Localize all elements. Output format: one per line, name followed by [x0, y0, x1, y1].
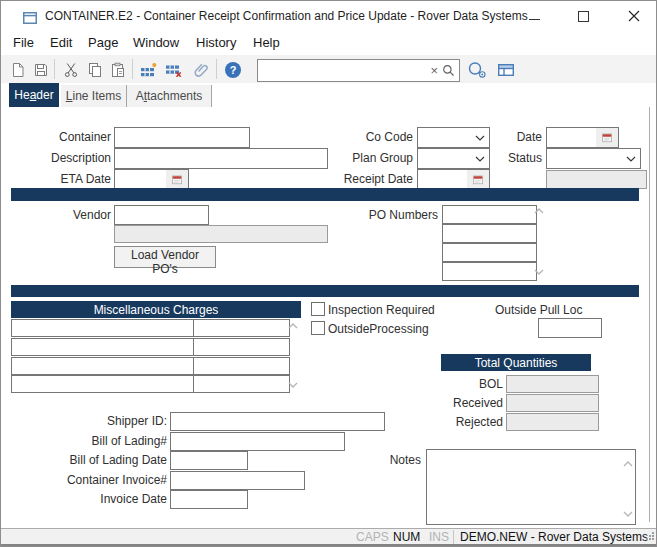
- layout-grid-button[interactable]: [495, 60, 517, 80]
- bill-of-lading-date-input[interactable]: [170, 451, 248, 470]
- window-title: CONTAINER.E2 - Container Receipt Confirm…: [45, 9, 528, 23]
- new-document-icon: [10, 62, 26, 78]
- tab-attachments[interactable]: Attachments: [127, 85, 212, 107]
- delete-rows-icon: [165, 62, 183, 78]
- tab-header[interactable]: Header: [9, 83, 59, 107]
- load-vendor-pos-button[interactable]: Load Vendor PO's: [114, 246, 216, 268]
- misc-charge-description-input[interactable]: [11, 338, 198, 356]
- save-button[interactable]: [31, 60, 51, 80]
- menu-history[interactable]: History: [196, 31, 236, 55]
- receipt-date-label: Receipt Date: [313, 172, 413, 186]
- invoice-date-input[interactable]: [170, 490, 248, 509]
- misc-charges-title: Miscellaneous Charges: [94, 303, 219, 317]
- notes-box: [426, 449, 636, 525]
- misc-charge-description-input[interactable]: [11, 319, 198, 337]
- eta-date-calendar-button[interactable]: [166, 170, 188, 189]
- container-invoice-input[interactable]: [170, 471, 305, 490]
- scroll-up-icon[interactable]: [623, 453, 633, 471]
- receipt-date-calendar-button[interactable]: [467, 170, 489, 189]
- eta-date-field: [114, 169, 189, 190]
- container-label: Container: [11, 130, 111, 144]
- menu-bar: File Edit Page Window History Help: [1, 31, 656, 55]
- resize-grip-icon[interactable]: [644, 527, 655, 545]
- paste-button[interactable]: [108, 60, 128, 80]
- svg-text:?: ?: [230, 64, 237, 76]
- maximize-button[interactable]: [562, 1, 604, 31]
- outside-pull-loc-label: Outside Pull Loc: [495, 303, 582, 317]
- maximize-icon: [578, 11, 589, 22]
- description-input[interactable]: [114, 148, 328, 169]
- scroll-down-icon[interactable]: [623, 503, 633, 521]
- notes-label: Notes: [353, 453, 421, 467]
- search-clear-icon[interactable]: ×: [427, 64, 441, 77]
- attachment-button[interactable]: [192, 60, 212, 80]
- tab-label: He: [14, 88, 29, 102]
- tab-line-items[interactable]: Line Items: [61, 85, 127, 107]
- misc-charge-amount-input[interactable]: [193, 357, 290, 375]
- inspection-required-checkbox[interactable]: [311, 302, 325, 316]
- menu-page[interactable]: Page: [88, 31, 118, 55]
- plan-group-label: Plan Group: [313, 151, 413, 165]
- bol-input: [506, 375, 599, 393]
- bill-of-lading-input[interactable]: [170, 432, 345, 451]
- scroll-down-icon[interactable]: [532, 267, 546, 277]
- help-button[interactable]: ?: [223, 60, 243, 80]
- menu-edit[interactable]: Edit: [50, 31, 72, 55]
- menu-file[interactable]: File: [13, 31, 34, 55]
- new-document-button[interactable]: [8, 60, 28, 80]
- outside-pull-loc-input[interactable]: [538, 318, 602, 338]
- po-number-input[interactable]: [442, 224, 537, 243]
- misc-charge-amount-input[interactable]: [193, 338, 290, 356]
- minimize-button[interactable]: [513, 1, 555, 31]
- date-input[interactable]: [547, 131, 596, 145]
- status-select[interactable]: [546, 148, 641, 169]
- container-input[interactable]: [114, 127, 250, 148]
- eta-date-input[interactable]: [115, 173, 166, 187]
- scroll-up-icon[interactable]: [286, 321, 300, 331]
- po-number-input[interactable]: [442, 205, 537, 224]
- date-label: Date: [442, 130, 542, 144]
- chevron-down-icon: [626, 156, 640, 162]
- scroll-up-icon[interactable]: [532, 206, 546, 216]
- received-input: [506, 394, 599, 412]
- copy-icon: [87, 62, 103, 78]
- date-calendar-button[interactable]: [596, 128, 618, 147]
- shipper-id-input[interactable]: [170, 412, 385, 431]
- delete-rows-button[interactable]: [164, 60, 184, 80]
- search-icon[interactable]: [441, 64, 459, 77]
- calendar-icon: [473, 173, 483, 186]
- menu-window[interactable]: Window: [133, 31, 179, 55]
- inspection-required-label: Inspection Required: [328, 303, 435, 317]
- misc-charge-amount-input[interactable]: [193, 319, 290, 337]
- co-code-label: Co Code: [313, 130, 413, 144]
- misc-charge-description-input[interactable]: [11, 357, 198, 375]
- close-button[interactable]: [613, 1, 655, 31]
- outside-processing-checkbox[interactable]: [311, 321, 325, 335]
- copy-button[interactable]: [85, 60, 105, 80]
- bill-of-lading-date-label: Bill of Lading Date: [27, 453, 167, 467]
- cut-button[interactable]: [61, 60, 81, 80]
- total-quantities-title: Total Quantities: [475, 356, 558, 370]
- total-quantities-header: Total Quantities: [441, 354, 591, 371]
- vendor-input[interactable]: [114, 205, 209, 225]
- app-window: CONTAINER.E2 - Container Receipt Confirm…: [0, 0, 657, 547]
- tab-label: a: [30, 88, 37, 102]
- po-number-input[interactable]: [442, 262, 537, 281]
- menu-help[interactable]: Help: [253, 31, 280, 55]
- insert-rows-button[interactable]: [139, 60, 159, 80]
- scroll-down-icon[interactable]: [286, 380, 300, 390]
- misc-charge-description-input[interactable]: [11, 375, 198, 393]
- misc-charge-amount-input[interactable]: [193, 375, 290, 393]
- status-label: Status: [442, 151, 542, 165]
- receipt-date-input[interactable]: [418, 173, 467, 187]
- toolbar-separator: [54, 59, 55, 79]
- rejected-input: [506, 413, 599, 431]
- window-bottom-edge: [1, 544, 656, 546]
- po-number-input[interactable]: [442, 243, 537, 262]
- lookup-view-button[interactable]: [465, 60, 489, 80]
- notes-textarea[interactable]: [428, 451, 620, 523]
- received-label: Received: [403, 396, 503, 410]
- search-input[interactable]: [258, 64, 427, 78]
- app-icon: [23, 10, 37, 28]
- section-divider-bar: [11, 188, 639, 201]
